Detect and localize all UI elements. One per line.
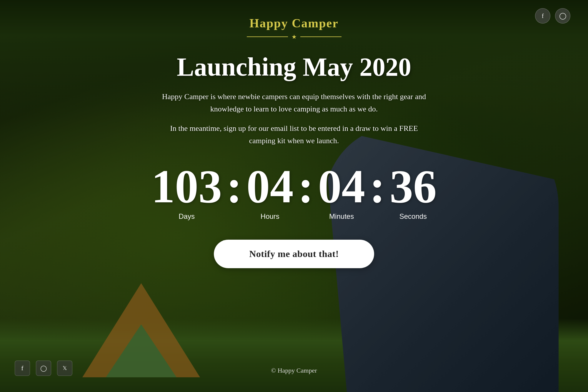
description-text: Happy Camper is where newbie campers can… bbox=[162, 91, 427, 115]
main-heading: Launching May 2020 bbox=[177, 52, 411, 82]
countdown-days: 103 Days bbox=[151, 163, 222, 221]
social-bottom-bar: f ◯ 𝕏 bbox=[15, 361, 72, 376]
colon-2: : bbox=[294, 163, 318, 210]
countdown-timer: 103 Days : 04 Hours : 04 Minutes : 36 Se… bbox=[151, 163, 437, 221]
hours-value: 04 bbox=[246, 163, 294, 210]
top-facebook-icon[interactable]: f bbox=[535, 8, 550, 24]
brand-line-right bbox=[300, 36, 342, 37]
minutes-label: Minutes bbox=[329, 212, 354, 221]
social-top-bar: f ◯ bbox=[535, 8, 570, 24]
bottom-twitter-icon[interactable]: 𝕏 bbox=[57, 361, 72, 376]
brand-divider: ★ bbox=[247, 33, 342, 40]
main-content: Happy Camper ★ Launching May 2020 Happy … bbox=[0, 0, 588, 268]
bottom-facebook-icon[interactable]: f bbox=[15, 361, 30, 376]
cta-text: In the meantime, sign up for our email l… bbox=[162, 122, 427, 147]
brand-title: Happy Camper bbox=[249, 16, 339, 30]
brand-star: ★ bbox=[291, 33, 297, 40]
footer-copyright: © Happy Camper bbox=[271, 367, 317, 374]
colon-3: : bbox=[365, 163, 389, 210]
seconds-label: Seconds bbox=[399, 212, 427, 221]
countdown-hours: 04 Hours bbox=[246, 163, 294, 221]
countdown-minutes: 04 Minutes bbox=[318, 163, 365, 221]
top-instagram-icon[interactable]: ◯ bbox=[555, 8, 570, 24]
hours-label: Hours bbox=[261, 212, 279, 221]
days-label: Days bbox=[179, 212, 195, 221]
colon-1: : bbox=[222, 163, 246, 210]
bottom-reddit-icon[interactable]: ◯ bbox=[36, 361, 51, 376]
days-value: 103 bbox=[151, 163, 222, 210]
brand-line-left bbox=[247, 36, 288, 37]
countdown-seconds: 36 Seconds bbox=[389, 163, 437, 221]
seconds-value: 36 bbox=[389, 163, 437, 210]
notify-button[interactable]: Notify me about that! bbox=[214, 240, 374, 268]
minutes-value: 04 bbox=[318, 163, 365, 210]
